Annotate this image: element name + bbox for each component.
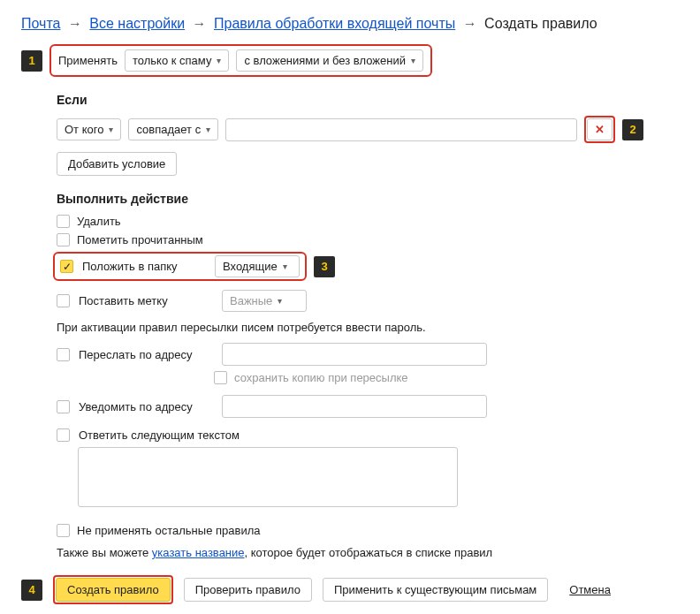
folder-select[interactable]: Входящие ▾: [215, 255, 300, 277]
chevron-down-icon: ▾: [283, 262, 287, 271]
stop-rules-checkbox[interactable]: [57, 524, 70, 537]
reply-checkbox[interactable]: [57, 428, 70, 442]
if-field-select[interactable]: От кого ▾: [57, 118, 121, 140]
breadcrumb-mail[interactable]: Почта: [21, 16, 60, 31]
chevron-down-icon: ▾: [206, 125, 210, 134]
stop-rules-label: Не применять остальные правила: [77, 524, 260, 537]
if-value-input[interactable]: [225, 118, 577, 141]
test-rule-button[interactable]: Проверить правило: [184, 578, 312, 602]
mark-read-label: Пометить прочитанным: [77, 233, 203, 246]
breadcrumb-current: Создать правило: [484, 16, 597, 31]
callout-1: 1: [21, 50, 42, 72]
move-folder-highlight: ✓ Положить в папку Входящие ▾: [53, 252, 307, 281]
set-label-label: Поставить метку: [79, 294, 213, 307]
callout-4: 4: [21, 580, 42, 601]
delete-highlight: ✕: [584, 116, 615, 143]
breadcrumb: Почта → Все настройки → Правила обработк…: [21, 16, 679, 32]
forward-label: Переслать по адресу: [79, 348, 213, 361]
delete-checkbox[interactable]: [57, 215, 70, 228]
add-condition-button[interactable]: Добавить условие: [57, 152, 177, 176]
chevron-down-icon: ▾: [217, 56, 221, 65]
cancel-link[interactable]: Отмена: [569, 583, 611, 596]
move-folder-label: Положить в папку: [82, 260, 206, 273]
callout-2: 2: [622, 119, 643, 140]
chevron-down-icon: ▾: [411, 56, 415, 65]
apply-scope-select[interactable]: только к спаму ▾: [125, 49, 229, 72]
forward-input[interactable]: [222, 343, 487, 366]
apply-label: Применять: [58, 54, 118, 67]
chevron-down-icon: ▾: [278, 296, 282, 306]
callout-3: 3: [314, 256, 335, 277]
keep-copy-label: сохранить копию при пересылке: [234, 371, 408, 384]
chevron-right-icon: →: [463, 16, 477, 31]
chevron-right-icon: →: [193, 16, 207, 31]
notify-checkbox[interactable]: [57, 400, 70, 413]
breadcrumb-rules[interactable]: Правила обработки входящей почты: [214, 16, 455, 31]
notify-input[interactable]: [222, 395, 487, 418]
forward-checkbox[interactable]: [57, 348, 70, 361]
breadcrumb-all-settings[interactable]: Все настройки: [89, 16, 185, 31]
create-highlight: Создать правило: [53, 575, 173, 604]
if-title: Если: [57, 93, 679, 107]
apply-existing-button[interactable]: Применить к существующим письмам: [323, 578, 548, 602]
close-icon: ✕: [595, 123, 605, 136]
label-select[interactable]: Важные ▾: [222, 290, 307, 312]
chevron-down-icon: ▾: [109, 125, 113, 134]
name-hint: Также вы можете указать название, которо…: [57, 546, 679, 559]
delete-condition-button[interactable]: ✕: [587, 118, 612, 140]
set-label-checkbox[interactable]: [57, 294, 70, 307]
apply-attach-select[interactable]: с вложениями и без вложений ▾: [236, 49, 423, 72]
set-name-link[interactable]: указать название: [152, 546, 245, 559]
reply-textarea[interactable]: [78, 447, 458, 507]
action-title: Выполнить действие: [57, 192, 679, 206]
notify-label: Уведомить по адресу: [79, 400, 213, 413]
delete-label: Удалить: [77, 215, 121, 228]
reply-label: Ответить следующим текстом: [79, 428, 240, 442]
if-op-select[interactable]: совпадает с ▾: [128, 118, 218, 140]
chevron-right-icon: →: [68, 16, 82, 31]
forward-note: При активации правил пересылки писем пот…: [57, 321, 679, 334]
create-rule-button[interactable]: Создать правило: [56, 578, 171, 602]
mark-read-checkbox[interactable]: [57, 233, 70, 246]
keep-copy-checkbox[interactable]: [214, 371, 227, 384]
apply-highlight: Применять только к спаму ▾ с вложениями …: [49, 44, 432, 77]
move-folder-checkbox[interactable]: ✓: [60, 260, 73, 273]
